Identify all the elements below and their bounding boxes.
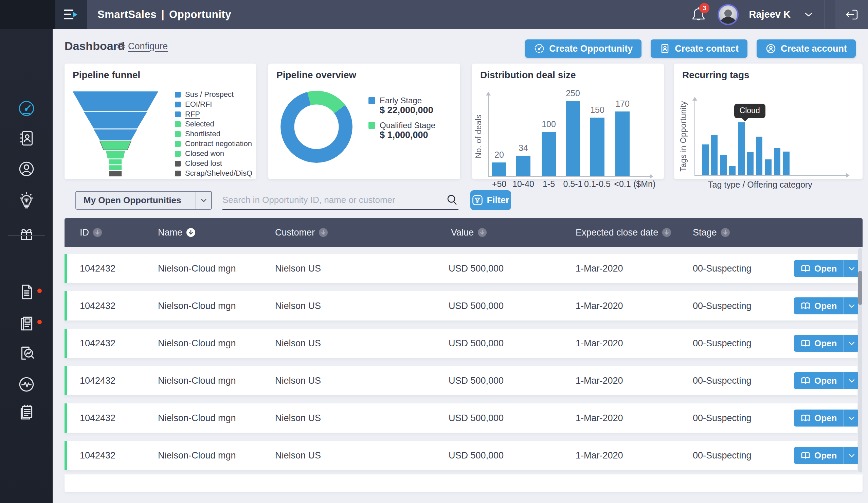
funnel-segment[interactable]	[109, 171, 122, 177]
table-scrollbar-track[interactable]	[858, 248, 862, 472]
column-header-stage[interactable]: Stage	[693, 218, 730, 247]
sidebar-item-rewards[interactable]	[17, 224, 36, 243]
tag-bar-6[interactable]	[747, 152, 754, 175]
legend-item[interactable]: Selected	[175, 120, 252, 128]
funnel-segment[interactable]	[106, 151, 125, 159]
sidebar-item-opportunities[interactable]	[17, 191, 36, 210]
legend-item[interactable]: EOI/RFI	[175, 101, 252, 108]
sort-icon[interactable]	[477, 228, 487, 237]
table-row[interactable]: 1042432 Nielson-Cloud mgn Nielson US USD…	[64, 366, 857, 395]
table-scrollbar-thumb[interactable]	[858, 271, 862, 305]
column-header-customer[interactable]: Customer	[275, 218, 328, 247]
funnel-segment[interactable]	[109, 165, 122, 170]
sidebar-item-news[interactable]	[17, 314, 36, 333]
create-contact-button[interactable]: Create contact	[651, 39, 747, 58]
search-icon[interactable]	[446, 193, 458, 206]
legend-item[interactable]: Closed lost	[175, 160, 252, 167]
sort-icon[interactable]	[93, 228, 102, 237]
open-dropdown-button[interactable]	[844, 372, 859, 389]
bar-0.1-0.5[interactable]	[590, 118, 604, 176]
table-row[interactable]: 1042432 Nielson-Cloud mgn Nielson US USD…	[64, 329, 857, 358]
column-header-value[interactable]: Value	[451, 218, 487, 247]
sidebar-item-documents[interactable]	[17, 282, 36, 301]
column-header-id[interactable]: ID	[80, 218, 102, 247]
sort-icon[interactable]	[662, 228, 671, 237]
user-menu-chevron-down-icon[interactable]	[803, 11, 814, 18]
sort-icon[interactable]	[721, 228, 730, 237]
legend-item[interactable]: Scrap/Shelved/DisQ	[175, 170, 252, 177]
legend-item[interactable]: Shortlisted	[175, 130, 252, 138]
open-dropdown-button[interactable]	[844, 447, 859, 464]
open-button[interactable]: Open	[794, 298, 844, 314]
bar-0.5-1[interactable]	[566, 101, 580, 176]
tag-bar-7[interactable]	[756, 137, 762, 175]
filter-button[interactable]: Filter	[470, 190, 511, 210]
search-input[interactable]	[223, 195, 446, 205]
create-account-button[interactable]: Create account	[757, 39, 856, 58]
column-header-expected-close-date[interactable]: Expected close date	[576, 218, 671, 247]
funnel-segment[interactable]	[100, 141, 132, 150]
funnel-segment[interactable]	[109, 159, 122, 164]
open-dropdown-button[interactable]	[844, 260, 859, 277]
open-button[interactable]: Open	[794, 260, 844, 277]
gauge-icon	[534, 43, 545, 54]
tag-bar-5[interactable]	[738, 122, 745, 175]
table-row[interactable]: 1042432 Nielson-Cloud mgn Nielson US USD…	[64, 403, 857, 433]
donut-chart[interactable]	[280, 91, 352, 163]
bar-<0.1[interactable]	[615, 111, 630, 176]
sidebar-item-contacts[interactable]	[17, 129, 36, 148]
legend-label: EOI/RFI	[185, 100, 212, 109]
bar-1-5[interactable]	[542, 132, 556, 176]
open-button[interactable]: Open	[794, 372, 844, 389]
legend-item[interactable]: Closed won	[175, 150, 252, 157]
sidebar-item-analytics[interactable]	[17, 344, 36, 363]
x-axis-unit: ($Mn)	[633, 179, 655, 189]
bar-+50[interactable]	[492, 162, 506, 176]
sort-icon[interactable]	[319, 228, 328, 237]
sidebar-item-dashboard[interactable]	[17, 99, 36, 118]
table-row[interactable]: 1042432 Nielson-Cloud mgn Nielson US USD…	[64, 291, 857, 321]
create-opportunity-button[interactable]: Create Opportunity	[525, 39, 641, 58]
funnel-chart[interactable]	[73, 91, 158, 177]
dropdown-chevron[interactable]	[196, 192, 211, 209]
column-header-name[interactable]: Name	[158, 218, 196, 247]
funnel-segment[interactable]	[94, 130, 137, 140]
legend-item[interactable]: Contract negotiation	[175, 140, 252, 148]
legend-item[interactable]: RFP	[175, 110, 252, 118]
legend-swatch	[369, 122, 375, 129]
bar-value-label: 250	[559, 88, 587, 98]
sidebar-item-activity[interactable]	[17, 375, 36, 394]
open-dropdown-button[interactable]	[844, 410, 859, 426]
tag-bar-3[interactable]	[720, 155, 727, 175]
table-row[interactable]: 1042432 Nielson-Cloud mgn Nielson US USD…	[64, 254, 857, 283]
tag-bar-4[interactable]	[729, 166, 735, 175]
legend-item[interactable]: Qualified Stage $ 1,000,000	[369, 122, 435, 143]
tag-bar-1[interactable]	[702, 144, 709, 175]
legend-item[interactable]: Sus / Prospect	[175, 91, 252, 98]
tag-bar-10[interactable]	[783, 152, 789, 175]
funnel-segment[interactable]	[84, 112, 147, 129]
tag-bar-2[interactable]	[711, 135, 717, 175]
sort-icon-active[interactable]	[186, 228, 196, 237]
open-dropdown-button[interactable]	[844, 335, 859, 352]
notifications-button[interactable]: 3	[690, 6, 707, 23]
tag-bar-8[interactable]	[765, 159, 772, 175]
configure-link[interactable]: ⚙ Configure	[116, 41, 168, 52]
legend-label: Shortlisted	[185, 130, 220, 138]
open-button[interactable]: Open	[794, 447, 844, 464]
sidebar-item-notes[interactable]	[17, 403, 36, 422]
open-button[interactable]: Open	[794, 335, 844, 352]
table-row[interactable]: 1042432 Nielson-Cloud mgn Nielson US USD…	[64, 441, 857, 470]
open-dropdown-button[interactable]	[844, 298, 859, 314]
chevron-down-icon	[848, 416, 855, 420]
open-button[interactable]: Open	[794, 410, 844, 426]
bar-10-40[interactable]	[516, 156, 530, 176]
logout-button[interactable]	[835, 0, 868, 29]
funnel-segment[interactable]	[73, 91, 158, 111]
tag-bar-9[interactable]	[774, 148, 781, 175]
sidebar-item-accounts[interactable]	[17, 159, 36, 179]
view-dropdown[interactable]: My Open Opportunities	[75, 191, 212, 210]
legend-item[interactable]: Early Stage $ 22,000,000	[369, 97, 435, 118]
sidebar-toggle-button[interactable]	[55, 0, 87, 29]
avatar[interactable]	[717, 4, 738, 25]
